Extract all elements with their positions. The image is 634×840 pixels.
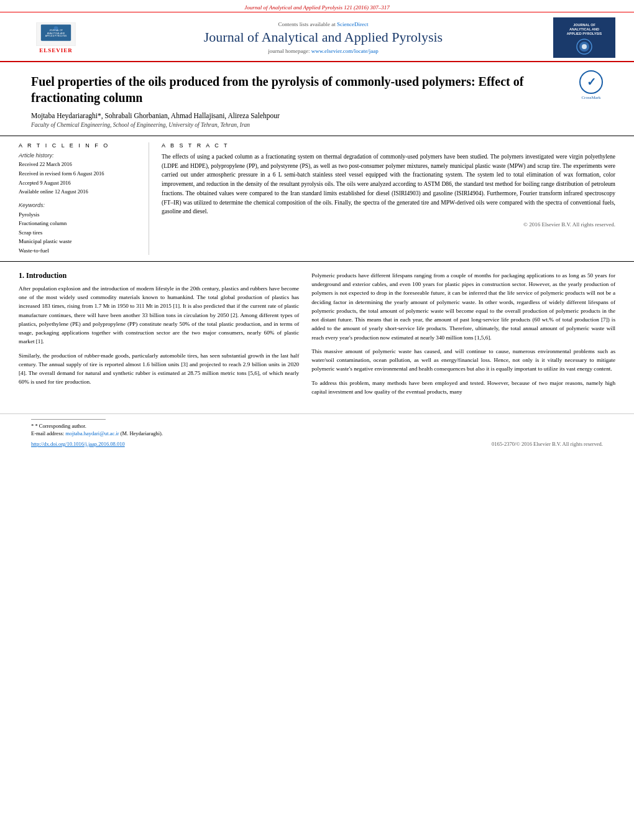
- issn-text: 0165-2370/© 2016 Elsevier B.V. All right…: [492, 441, 603, 447]
- intro-para1: After population explosion and the intro…: [19, 284, 299, 346]
- sciencedirect-link[interactable]: ScienceDirect: [337, 21, 368, 27]
- keyword-3: Scrap tires: [19, 228, 139, 237]
- intro-para3: Polymeric products have different lifesp…: [311, 271, 615, 342]
- svg-text:JOURNAL OF: JOURNAL OF: [573, 23, 595, 27]
- abstract-heading: A B S T R A C T: [162, 142, 615, 149]
- journal-ref-bar: Journal of Analytical and Applied Pyroly…: [0, 0, 634, 12]
- email-address: mojtaba.haydari@ut.ac.ir: [65, 430, 119, 436]
- abstract-column: A B S T R A C T The effects of using a p…: [162, 142, 615, 255]
- svg-text:ANALYTICAL AND: ANALYTICAL AND: [569, 27, 599, 31]
- svg-text:ANALYTICAL AND: ANALYTICAL AND: [47, 32, 65, 34]
- available-date: Available online 12 August 2016: [19, 188, 139, 196]
- email-name: (M. Heydariaraghi).: [121, 430, 163, 436]
- svg-point-12: [582, 44, 587, 49]
- main-content: 1. Introduction After population explosi…: [0, 262, 634, 407]
- svg-point-5: [54, 26, 58, 30]
- keyword-1: Pyrolysis: [19, 210, 139, 219]
- sciencedirect-label: Contents lists available at ScienceDirec…: [99, 21, 547, 27]
- journal-logo-right: JOURNAL OF ANALYTICAL AND APPLIED PYROLY…: [553, 17, 615, 58]
- intro-para2: Similarly, the production of rubber-made…: [19, 351, 299, 387]
- accepted-date: Accepted 9 August 2016: [19, 179, 139, 187]
- received-revised-date: Received in revised form 6 August 2016: [19, 170, 139, 178]
- section-title-text: Introduction: [26, 271, 67, 280]
- homepage-label: journal homepage: www.elsevier.com/locat…: [99, 48, 547, 54]
- intro-para4: This massive amount of polymeric waste h…: [311, 347, 615, 374]
- received-date: Received 22 March 2016: [19, 160, 139, 168]
- keywords-label: Keywords:: [19, 202, 139, 208]
- journal-ref-text: Journal of Analytical and Applied Pyroly…: [244, 4, 389, 11]
- footer-bottom: http://dx.doi.org/10.1016/j.jaap.2016.08…: [31, 441, 603, 447]
- svg-text:APPLIED PYROLYSIS: APPLIED PYROLYSIS: [45, 35, 67, 37]
- authors: Mojtaba Heydariaraghi*, Sohrabali Ghorba…: [31, 112, 573, 119]
- doi-text: http://dx.doi.org/10.1016/j.jaap.2016.08…: [31, 441, 125, 447]
- left-column: 1. Introduction After population explosi…: [19, 271, 299, 401]
- journal-title: Journal of Analytical and Applied Pyroly…: [99, 29, 547, 45]
- crossmark-icon: ✓: [579, 70, 603, 94]
- article-info-heading: A R T I C L E I N F O: [19, 142, 139, 149]
- abstract-text: The effects of using a packed column as …: [162, 152, 615, 216]
- header-center: Contents lists available at ScienceDirec…: [93, 21, 553, 53]
- copyright-line: © 2016 Elsevier B.V. All rights reserved…: [162, 221, 615, 228]
- article-title-section: Fuel properties of the oils produced fro…: [0, 62, 634, 136]
- journal-header: JOURNAL OF ANALYTICAL AND APPLIED PYROLY…: [0, 12, 634, 62]
- keyword-5: Waste-to-fuel: [19, 246, 139, 255]
- keywords-section: Keywords: Pyrolysis Fractionating column…: [19, 202, 139, 255]
- intro-para5: To address this problem, many methods ha…: [311, 379, 615, 397]
- homepage-url[interactable]: www.elsevier.com/locate/jaap: [311, 48, 379, 54]
- corresponding-label: * Corresponding author.: [35, 423, 86, 429]
- email-note: E-mail address: mojtaba.haydari@ut.ac.ir…: [31, 430, 603, 438]
- elsevier-logo-container: JOURNAL OF ANALYTICAL AND APPLIED PYROLY…: [19, 22, 93, 53]
- introduction-title: 1. Introduction: [19, 271, 299, 280]
- elsevier-tree-icon: JOURNAL OF ANALYTICAL AND APPLIED PYROLY…: [34, 22, 78, 46]
- elsevier-wordmark: ELSEVIER: [39, 47, 73, 53]
- article-title: Fuel properties of the oils produced fro…: [31, 73, 573, 106]
- page: Journal of Analytical and Applied Pyroly…: [0, 0, 634, 840]
- svg-text:APPLIED PYROLYSIS: APPLIED PYROLYSIS: [567, 32, 602, 35]
- info-abstract-section: A R T I C L E I N F O Article history: R…: [0, 136, 634, 262]
- affiliation: Faculty of Chemical Engineering, School …: [31, 122, 573, 128]
- footer: * * Corresponding author. E-mail address…: [0, 413, 634, 450]
- authors-text: Mojtaba Heydariaraghi*, Sohrabali Ghorba…: [31, 112, 280, 119]
- article-info-column: A R T I C L E I N F O Article history: R…: [19, 142, 149, 255]
- keyword-2: Fractionating column: [19, 219, 139, 228]
- crossmark-badge: ✓ CrossMark: [579, 70, 603, 100]
- section-number: 1.: [19, 271, 24, 280]
- email-link[interactable]: mojtaba.haydari@ut.ac.ir: [65, 430, 119, 436]
- right-column: Polymeric products have different lifesp…: [311, 271, 615, 401]
- doi-link[interactable]: http://dx.doi.org/10.1016/j.jaap.2016.08…: [31, 441, 125, 447]
- journal-logo-icon: JOURNAL OF ANALYTICAL AND APPLIED PYROLY…: [556, 17, 612, 58]
- corresponding-author-note: * * Corresponding author.: [31, 423, 603, 430]
- keyword-4: Municipal plastic waste: [19, 237, 139, 246]
- article-history-label: Article history:: [19, 152, 139, 159]
- email-label: E-mail address:: [31, 430, 64, 436]
